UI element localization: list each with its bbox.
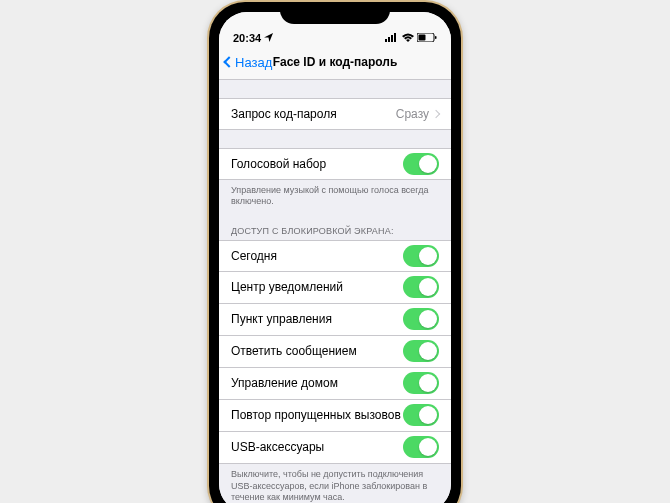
status-time: 20:34 — [233, 32, 261, 44]
reply-message-toggle[interactable] — [403, 340, 439, 362]
control-center-label: Пункт управления — [231, 312, 332, 326]
control-center-cell: Пункт управления — [219, 304, 451, 336]
svg-rect-3 — [394, 33, 396, 42]
notification-center-cell: Центр уведомлений — [219, 272, 451, 304]
wifi-icon — [402, 32, 414, 44]
settings-content[interactable]: Запрос код-пароля Сразу Голосовой набор … — [219, 80, 451, 504]
voice-dial-footer: Управление музыкой с помощью голоса всег… — [219, 180, 451, 208]
svg-rect-0 — [385, 39, 387, 42]
home-control-toggle[interactable] — [403, 372, 439, 394]
svg-rect-5 — [419, 34, 426, 40]
svg-rect-2 — [391, 35, 393, 42]
today-view-toggle[interactable] — [403, 245, 439, 267]
usb-accessories-cell: USB-аксессуары — [219, 432, 451, 464]
voice-dial-cell: Голосовой набор — [219, 148, 451, 180]
require-passcode-cell[interactable]: Запрос код-пароля Сразу — [219, 98, 451, 130]
usb-accessories-toggle[interactable] — [403, 436, 439, 458]
home-control-cell: Управление домом — [219, 368, 451, 400]
voice-dial-label: Голосовой набор — [231, 157, 326, 171]
return-missed-calls-label: Повтор пропущенных вызовов — [231, 408, 401, 422]
battery-icon — [417, 32, 437, 44]
svg-rect-6 — [435, 36, 437, 39]
control-center-toggle[interactable] — [403, 308, 439, 330]
return-missed-calls-cell: Повтор пропущенных вызовов — [219, 400, 451, 432]
require-passcode-label: Запрос код-пароля — [231, 107, 337, 121]
notch — [280, 2, 390, 24]
chevron-left-icon — [223, 56, 234, 67]
usb-accessories-label: USB-аксессуары — [231, 440, 324, 454]
svg-rect-1 — [388, 37, 390, 42]
require-passcode-value: Сразу — [396, 107, 439, 121]
chevron-right-icon — [432, 109, 440, 117]
phone-frame: 20:34 Назад Fac — [209, 2, 461, 504]
notification-center-toggle[interactable] — [403, 276, 439, 298]
notification-center-label: Центр уведомлений — [231, 280, 343, 294]
today-view-cell: Сегодня — [219, 240, 451, 272]
usb-accessories-footer: Выключите, чтобы не допустить подключени… — [219, 464, 451, 503]
signal-icon — [385, 32, 399, 44]
today-view-label: Сегодня — [231, 249, 277, 263]
back-label: Назад — [235, 55, 272, 70]
reply-message-label: Ответить сообщением — [231, 344, 357, 358]
home-control-label: Управление домом — [231, 376, 338, 390]
nav-header: Назад Face ID и код-пароль — [219, 46, 451, 80]
screen: 20:34 Назад Fac — [219, 12, 451, 504]
location-icon — [264, 32, 273, 44]
reply-message-cell: Ответить сообщением — [219, 336, 451, 368]
back-button[interactable]: Назад — [225, 55, 272, 70]
voice-dial-toggle[interactable] — [403, 153, 439, 175]
return-missed-calls-toggle[interactable] — [403, 404, 439, 426]
page-title: Face ID и код-пароль — [273, 55, 398, 69]
lock-access-header: ДОСТУП С БЛОКИРОВКОЙ ЭКРАНА: — [219, 226, 451, 240]
